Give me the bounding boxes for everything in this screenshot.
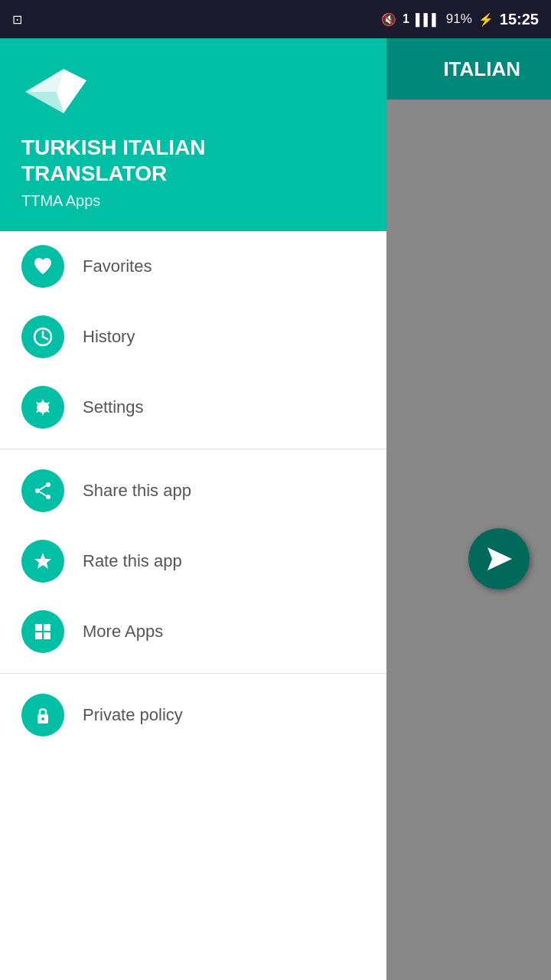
share-label: Share this app: [83, 481, 191, 501]
settings-icon-circle: [21, 386, 64, 429]
menu-item-favorites[interactable]: Favorites: [0, 231, 386, 302]
divider-1: [0, 449, 386, 449]
time-display: 15:25: [500, 11, 539, 28]
settings-label: Settings: [83, 397, 144, 417]
more-apps-icon-circle: [21, 610, 64, 653]
favorites-icon-circle: [21, 245, 64, 288]
svg-line-12: [40, 492, 46, 496]
more-apps-label: More Apps: [83, 622, 163, 642]
menu-item-settings[interactable]: Settings: [0, 372, 386, 443]
share-icon: [32, 480, 54, 501]
screen: ITALIAN TURKISH ITALIAN TRANSLATOR: [0, 38, 551, 980]
favorites-label: Favorites: [83, 256, 152, 276]
menu-section-main: Favorites History: [0, 231, 386, 443]
app-title: TURKISH ITALIAN TRANSLATOR: [21, 135, 365, 186]
sim-icon: 1: [403, 12, 409, 26]
rate-icon-circle: [21, 540, 64, 583]
navigation-drawer: TURKISH ITALIAN TRANSLATOR TTMA Apps Fav…: [0, 38, 386, 980]
svg-rect-17: [44, 632, 51, 639]
privacy-icon-circle: [21, 694, 64, 737]
screen-icon: ⊡: [12, 12, 22, 27]
status-bar-right: 🔇 1 ▌▌▌ 91% ⚡ 15:25: [381, 11, 539, 28]
menu-section-app: Share this app Rate this app: [0, 456, 386, 667]
svg-rect-16: [35, 632, 42, 639]
history-icon-circle: [21, 315, 64, 358]
toolbar-title: ITALIAN: [443, 57, 520, 81]
drawer-header: TURKISH ITALIAN TRANSLATOR TTMA Apps: [0, 38, 386, 231]
svg-point-10: [46, 495, 51, 499]
menu-item-share[interactable]: Share this app: [0, 456, 386, 526]
svg-rect-15: [44, 624, 51, 631]
drawer-menu: Favorites History: [0, 231, 386, 980]
app-logo-icon: [21, 61, 90, 122]
svg-point-19: [41, 717, 44, 720]
battery-icon: ⚡: [478, 12, 494, 27]
drawer-logo: [21, 61, 365, 122]
status-bar-left: ⊡: [12, 12, 22, 27]
svg-rect-14: [35, 624, 42, 631]
grid-icon: [32, 621, 54, 642]
app-subtitle: TTMA Apps: [21, 192, 365, 210]
menu-item-more-apps[interactable]: More Apps: [0, 596, 386, 667]
rate-label: Rate this app: [83, 551, 182, 571]
signal-icon: ▌▌▌: [416, 13, 440, 26]
divider-2: [0, 673, 386, 674]
privacy-label: Private policy: [83, 705, 183, 725]
send-icon: [484, 544, 514, 573]
translate-fab-button[interactable]: [468, 528, 530, 590]
svg-marker-13: [34, 553, 51, 569]
heart-icon: [32, 256, 54, 277]
mute-icon: 🔇: [381, 12, 396, 27]
svg-point-8: [46, 482, 51, 487]
status-bar: ⊡ 🔇 1 ▌▌▌ 91% ⚡ 15:25: [0, 0, 551, 38]
menu-section-legal: Private policy: [0, 680, 386, 750]
svg-marker-0: [487, 547, 512, 570]
share-icon-circle: [21, 469, 64, 512]
history-label: History: [83, 327, 135, 347]
svg-line-6: [43, 337, 47, 339]
gear-icon: [32, 397, 54, 418]
svg-line-11: [40, 486, 46, 490]
menu-item-rate[interactable]: Rate this app: [0, 526, 386, 596]
menu-item-privacy[interactable]: Private policy: [0, 680, 386, 750]
lock-icon: [32, 704, 54, 726]
clock-icon: [32, 326, 54, 348]
svg-point-9: [35, 488, 40, 493]
menu-item-history[interactable]: History: [0, 302, 386, 372]
star-icon: [32, 550, 54, 572]
battery-label: 91%: [446, 11, 472, 27]
